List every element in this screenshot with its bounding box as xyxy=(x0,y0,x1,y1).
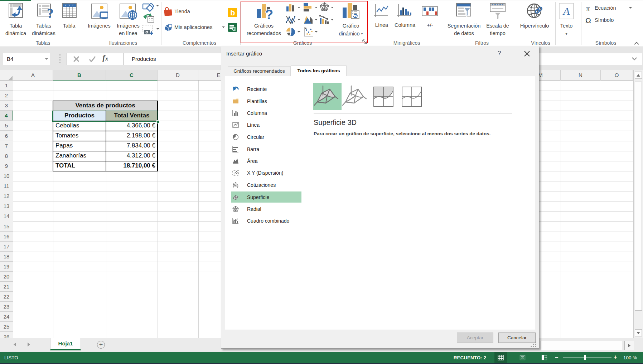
svg-text:A: A xyxy=(562,5,570,17)
svg-text:?: ? xyxy=(47,6,53,20)
svg-text:b: b xyxy=(230,8,235,17)
